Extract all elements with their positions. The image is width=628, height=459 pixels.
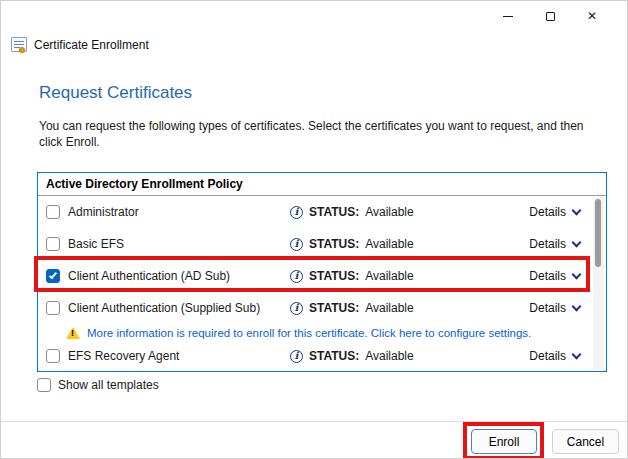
maximize-icon [546,12,555,21]
template-row-basic-efs[interactable]: Basic EFS i STATUS: Available Details [38,228,606,260]
close-icon: ✕ [587,10,597,22]
chevron-down-icon [572,301,582,311]
info-icon: i [290,302,303,315]
status-value: Available [365,349,413,363]
chevron-down-icon [572,349,582,359]
template-name: Client Authentication (Supplied Sub) [68,301,260,315]
status-group: i STATUS: Available [290,237,414,251]
chevron-down-icon [572,205,582,215]
footer-divider [1,421,627,422]
status-label: STATUS: [309,269,359,283]
details-button[interactable]: Details [529,237,580,251]
template-checkbox[interactable] [46,237,60,251]
details-button[interactable]: Details [529,205,580,219]
status-group: i STATUS: Available [290,349,414,363]
chevron-down-icon [572,269,582,279]
details-button[interactable]: Details [529,301,580,315]
template-checkbox[interactable] [46,269,60,283]
warning-link[interactable]: More information is required to enroll f… [87,327,531,339]
page-description: You can request the following types of c… [39,118,595,150]
warning-icon: ! [66,327,80,339]
status-group: i STATUS: Available [290,301,414,315]
app-header: Certificate Enrollment [11,37,149,52]
certificate-icon [11,37,27,52]
info-icon: i [290,270,303,283]
minimize-button[interactable] [487,1,529,31]
status-label: STATUS: [309,237,359,251]
template-name: Client Authentication (AD Sub) [68,269,230,283]
status-value: Available [365,269,413,283]
template-row-administrator[interactable]: Administrator i STATUS: Available Detail… [38,196,606,228]
template-row-efs-recovery-agent[interactable]: EFS Recovery Agent i STATUS: Available D… [38,342,606,370]
template-name: Administrator [68,205,139,219]
show-all-templates-label: Show all templates [58,378,159,392]
status-label: STATUS: [309,205,359,219]
scrollbar-thumb[interactable] [595,199,601,267]
template-rows: Administrator i STATUS: Available Detail… [38,196,606,370]
status-value: Available [365,237,413,251]
status-label: STATUS: [309,349,359,363]
status-value: Available [365,301,413,315]
template-row-client-auth-ad-sub[interactable]: Client Authentication (AD Sub) i STATUS:… [38,260,606,292]
details-button[interactable]: Details [529,349,580,363]
template-list: Active Directory Enrollment Policy Admin… [37,172,607,372]
status-label: STATUS: [309,301,359,315]
details-button[interactable]: Details [529,269,580,283]
template-checkbox[interactable] [46,349,60,363]
info-icon: i [290,350,303,363]
template-name: Basic EFS [68,237,124,251]
page-title: Request Certificates [39,83,192,103]
cancel-button[interactable]: Cancel [552,429,619,454]
template-checkbox[interactable] [46,205,60,219]
info-icon: i [290,238,303,251]
close-button[interactable]: ✕ [571,1,613,31]
scrollbar[interactable] [593,197,604,369]
status-value: Available [365,205,413,219]
info-icon: i [290,206,303,219]
template-name: EFS Recovery Agent [68,349,179,363]
caption-buttons: ✕ [487,1,613,31]
show-all-templates-checkbox[interactable] [37,378,51,392]
status-group: i STATUS: Available [290,205,414,219]
show-all-templates[interactable]: Show all templates [37,378,159,392]
status-group: i STATUS: Available [290,269,414,283]
minimize-icon [503,16,513,17]
warning-row: ! More information is required to enroll… [38,324,606,342]
chevron-down-icon [572,237,582,247]
app-title: Certificate Enrollment [34,38,149,52]
list-header: Active Directory Enrollment Policy [38,173,606,196]
maximize-button[interactable] [529,1,571,31]
template-row-client-auth-supplied-sub[interactable]: Client Authentication (Supplied Sub) i S… [38,292,606,324]
enroll-button[interactable]: Enroll [471,429,537,454]
window-titlebar: ✕ [1,1,627,31]
template-checkbox[interactable] [46,301,60,315]
